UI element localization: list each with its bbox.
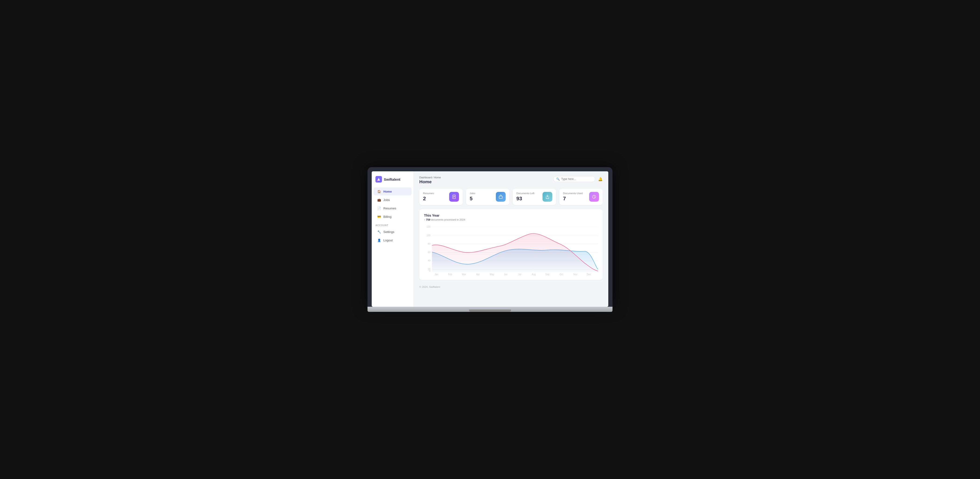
chart-area: 120 100 80 60 40 20 0	[424, 224, 598, 276]
top-bar: Dashboard / Home Home 🔍 🔔	[419, 176, 603, 185]
svg-text:100: 100	[426, 234, 431, 237]
sidebar-item-billing[interactable]: 💳 Billing	[374, 213, 412, 221]
svg-text:Mar: Mar	[462, 273, 466, 276]
laptop-base	[368, 307, 612, 312]
stat-icon-docs-used	[589, 192, 599, 202]
settings-icon: 🔧	[377, 230, 381, 234]
stat-label-docs-used: Documents Used	[563, 192, 582, 195]
search-box[interactable]: 🔍	[553, 176, 595, 182]
svg-text:Jan: Jan	[434, 273, 438, 276]
search-icon: 🔍	[556, 177, 560, 181]
chart-title: This Year	[424, 213, 598, 217]
breadcrumb-current: Home	[434, 176, 441, 179]
svg-text:Dec: Dec	[587, 273, 591, 276]
chart-subtitle-text: documents processed in 2024	[431, 218, 465, 221]
sidebar: Swiftalent 🏠 Home 💼 Jobs 📄 Resumes	[372, 171, 414, 307]
svg-text:Jul: Jul	[518, 273, 521, 276]
stat-value-jobs: 5	[470, 196, 475, 202]
page-header: Dashboard / Home Home	[419, 176, 441, 185]
svg-text:Sep: Sep	[545, 273, 549, 276]
sidebar-item-home[interactable]: 🏠 Home	[374, 188, 412, 196]
logout-icon: 👤	[377, 238, 381, 242]
top-bar-right: 🔍 🔔	[553, 176, 603, 182]
svg-text:Oct: Oct	[560, 273, 563, 276]
sidebar-item-jobs[interactable]: 💼 Jobs	[374, 196, 412, 204]
account-section-label: ACCOUNT	[372, 221, 414, 228]
svg-text:80: 80	[428, 242, 431, 245]
svg-text:Aug: Aug	[531, 273, 536, 276]
home-icon: 🏠	[377, 189, 381, 193]
svg-text:0: 0	[429, 270, 431, 272]
stat-label-jobs: Jobs	[470, 192, 475, 195]
notification-bell-icon[interactable]: 🔔	[598, 177, 603, 181]
sidebar-item-settings[interactable]: 🔧 Settings	[374, 228, 412, 236]
app-name: Swiftalent	[384, 177, 400, 181]
svg-text:60: 60	[428, 251, 431, 254]
chart-count: 759	[426, 218, 430, 221]
logo-area: Swiftalent	[372, 176, 414, 187]
jobs-icon: 💼	[377, 198, 381, 202]
svg-text:Nov: Nov	[573, 273, 578, 276]
svg-text:Jun: Jun	[504, 273, 508, 276]
svg-rect-7	[499, 196, 503, 199]
sidebar-item-resumes[interactable]: 📄 Resumes	[374, 204, 412, 212]
billing-icon: 💳	[377, 215, 381, 218]
stat-card-docs-left: Documents Left 93	[512, 189, 556, 205]
footer: © 2024, Swiftalent	[419, 283, 603, 288]
sidebar-item-resumes-label: Resumes	[383, 207, 396, 210]
resumes-icon: 📄	[377, 206, 381, 210]
stats-row: Resumes 2 Jobs 5	[419, 189, 603, 205]
stat-value-resumes: 2	[423, 196, 434, 202]
stat-icon-docs-left	[542, 192, 552, 202]
line-chart-svg: 120 100 80 60 40 20 0	[424, 224, 598, 276]
svg-text:40: 40	[428, 259, 431, 262]
search-input[interactable]	[561, 177, 592, 181]
up-arrow-icon: ↑	[424, 218, 425, 221]
stat-value-docs-used: 7	[563, 196, 582, 202]
stat-icon-resumes	[449, 192, 459, 202]
svg-text:Feb: Feb	[448, 273, 452, 276]
logo-icon	[375, 176, 382, 183]
page-title: Home	[419, 179, 441, 185]
sidebar-item-billing-label: Billing	[383, 215, 391, 218]
breadcrumb-parent: Dashboard	[419, 176, 432, 179]
chart-card: This Year ↑ 759 documents processed in 2…	[419, 209, 603, 280]
stat-icon-jobs	[496, 192, 506, 202]
stat-label-resumes: Resumes	[423, 192, 434, 195]
breadcrumb: Dashboard / Home	[419, 176, 441, 179]
stat-label-docs-left: Documents Left	[516, 192, 535, 195]
stat-value-docs-left: 93	[516, 196, 535, 202]
sidebar-item-jobs-label: Jobs	[383, 198, 390, 202]
stat-card-docs-used: Documents Used 7	[559, 189, 603, 205]
stat-card-resumes: Resumes 2	[419, 189, 463, 205]
main-content: Dashboard / Home Home 🔍 🔔	[414, 171, 608, 307]
footer-text: © 2024, Swiftalent	[419, 285, 440, 288]
sidebar-item-home-label: Home	[383, 190, 392, 193]
sidebar-item-settings-label: Settings	[383, 230, 395, 234]
sidebar-item-logout[interactable]: 👤 Logout	[374, 236, 412, 244]
sidebar-item-logout-label: Logout	[383, 239, 393, 242]
svg-text:120: 120	[426, 226, 431, 228]
svg-text:May: May	[490, 273, 494, 276]
chart-subtitle: ↑ 759 documents processed in 2024	[424, 218, 598, 221]
stat-card-jobs: Jobs 5	[466, 189, 509, 205]
svg-text:Apr: Apr	[476, 273, 480, 276]
